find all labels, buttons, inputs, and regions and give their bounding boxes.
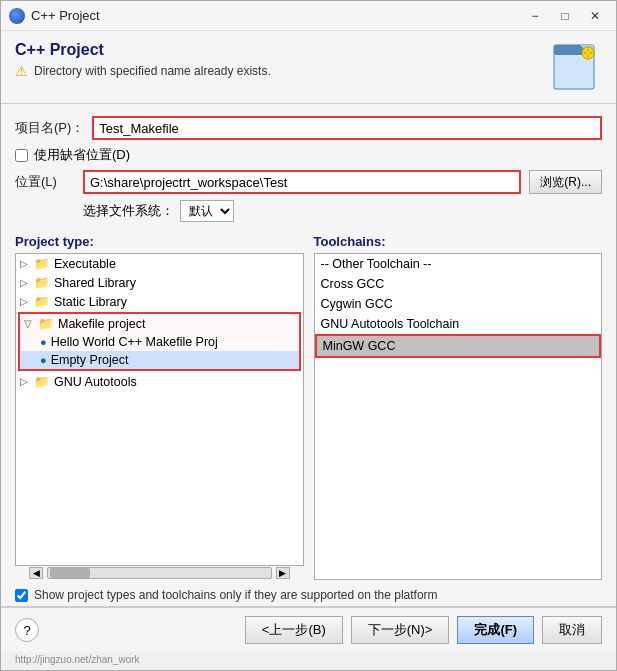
show-supported-row: Show project types and toolchains only i… <box>1 584 616 606</box>
cancel-button[interactable]: 取消 <box>542 616 602 644</box>
list-item[interactable]: ▷ 📁 GNU Autotools <box>16 372 303 391</box>
expand-icon: ▷ <box>20 277 28 288</box>
dialog-header: C++ Project ⚠ Directory with specified n… <box>1 31 616 99</box>
scroll-left-button[interactable]: ◀ <box>29 567 43 579</box>
finish-button[interactable]: 完成(F) <box>457 616 534 644</box>
show-supported-checkbox[interactable] <box>15 589 28 602</box>
expand-icon: ▷ <box>20 296 28 307</box>
list-item[interactable]: ▷ 📁 Static Library <box>16 292 303 311</box>
browse-button[interactable]: 浏览(R)... <box>529 170 602 194</box>
makefile-project-group: ▽ 📁 Makefile project ● Hello World C++ M… <box>18 312 301 371</box>
use-default-label: 使用缺省位置(D) <box>34 146 130 164</box>
filesystem-label: 选择文件系统： <box>83 202 174 220</box>
item-label: GNU Autotools <box>54 375 137 389</box>
item-label: Shared Library <box>54 276 136 290</box>
list-item[interactable]: ▷ 📁 Shared Library <box>16 273 303 292</box>
list-item[interactable]: ▽ 📁 Makefile project <box>20 314 299 333</box>
logo-svg <box>550 41 602 93</box>
dialog-footer: ? <上一步(B) 下一步(N)> 完成(F) 取消 <box>1 607 616 652</box>
url-bar: http://jingzuo.net/zhan_work <box>1 652 616 670</box>
hscroll-thumb <box>50 568 90 578</box>
main-window: C++ Project − □ ✕ C++ Project ⚠ Director… <box>0 0 617 671</box>
app-icon <box>9 8 25 24</box>
dialog-title: C++ Project <box>15 41 550 59</box>
filesystem-select[interactable]: 默认 <box>180 200 234 222</box>
location-label: 位置(L) <box>15 173 75 191</box>
bullet-icon: ● <box>40 336 47 348</box>
svg-point-3 <box>582 47 594 59</box>
hscrollbar-area: ◀ ▶ <box>15 566 304 580</box>
project-type-label: Project type: <box>15 234 304 249</box>
item-label: Executable <box>54 257 116 271</box>
location-row: 位置(L) 浏览(R)... <box>15 170 602 194</box>
close-button[interactable]: ✕ <box>582 5 608 27</box>
warning-icon: ⚠ <box>15 63 28 79</box>
toolchains-column: Toolchains: -- Other Toolchain -- Cross … <box>314 234 603 580</box>
folder-icon: 📁 <box>38 316 54 331</box>
back-button[interactable]: <上一步(B) <box>245 616 343 644</box>
maximize-button[interactable]: □ <box>552 5 578 27</box>
minimize-button[interactable]: − <box>522 5 548 27</box>
hscrollbar[interactable] <box>47 567 272 579</box>
project-name-row: 项目名(P)： <box>15 116 602 140</box>
warning-text: Directory with specified name already ex… <box>34 64 271 78</box>
expand-icon: ▷ <box>20 258 28 269</box>
toolchain-item[interactable]: Cygwin GCC <box>315 294 602 314</box>
lists-area: Project type: ▷ 📁 Executable ▷ 📁 Shared … <box>1 230 616 584</box>
toolchains-list[interactable]: -- Other Toolchain -- Cross GCC Cygwin G… <box>314 253 603 580</box>
item-label: Makefile project <box>58 317 146 331</box>
list-item[interactable]: ● Empty Project <box>20 351 299 369</box>
dialog-title-area: C++ Project ⚠ Directory with specified n… <box>15 41 550 79</box>
item-label: Empty Project <box>51 353 129 367</box>
project-type-column: Project type: ▷ 📁 Executable ▷ 📁 Shared … <box>15 234 304 580</box>
project-name-label: 项目名(P)： <box>15 119 84 137</box>
toolchain-item[interactable]: GNU Autotools Toolchain <box>315 314 602 334</box>
title-bar: C++ Project − □ ✕ <box>1 1 616 31</box>
project-name-input[interactable] <box>92 116 602 140</box>
toolchains-label: Toolchains: <box>314 234 603 249</box>
dialog-logo <box>550 41 602 93</box>
project-type-list[interactable]: ▷ 📁 Executable ▷ 📁 Shared Library ▷ 📁 St… <box>15 253 304 566</box>
warning-message: ⚠ Directory with specified name already … <box>15 63 550 79</box>
toolchain-item[interactable]: Cross GCC <box>315 274 602 294</box>
expand-icon: ▽ <box>24 318 32 329</box>
item-label: Static Library <box>54 295 127 309</box>
form-area: 项目名(P)： 使用缺省位置(D) 位置(L) 浏览(R)... 选择文件系统：… <box>1 108 616 230</box>
list-item[interactable]: ● Hello World C++ Makefile Proj <box>20 333 299 351</box>
toolchain-item-mingw[interactable]: MinGW GCC <box>315 334 602 358</box>
use-default-row: 使用缺省位置(D) <box>15 146 602 164</box>
show-supported-label: Show project types and toolchains only i… <box>34 588 438 602</box>
toolchain-item[interactable]: -- Other Toolchain -- <box>315 254 602 274</box>
folder-icon: 📁 <box>34 275 50 290</box>
filesystem-row: 选择文件系统： 默认 <box>15 200 602 222</box>
item-label: Hello World C++ Makefile Proj <box>51 335 218 349</box>
folder-icon: 📁 <box>34 294 50 309</box>
expand-icon: ▷ <box>20 376 28 387</box>
folder-icon: 📁 <box>34 256 50 271</box>
bullet-icon: ● <box>40 354 47 366</box>
list-item[interactable]: ▷ 📁 Executable <box>16 254 303 273</box>
window-title: C++ Project <box>31 8 100 23</box>
scroll-right-button[interactable]: ▶ <box>276 567 290 579</box>
next-button[interactable]: 下一步(N)> <box>351 616 450 644</box>
folder-icon: 📁 <box>34 374 50 389</box>
window-controls: − □ ✕ <box>522 5 608 27</box>
location-input[interactable] <box>83 170 521 194</box>
use-default-checkbox[interactable] <box>15 149 28 162</box>
help-button[interactable]: ? <box>15 618 39 642</box>
